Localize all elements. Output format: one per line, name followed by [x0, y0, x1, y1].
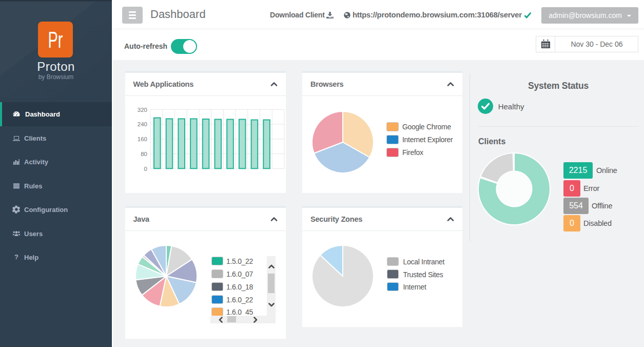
svg-text:240: 240: [137, 121, 147, 127]
svg-text:0: 0: [144, 166, 147, 172]
svg-text:320: 320: [137, 107, 147, 113]
svg-text:80: 80: [141, 151, 147, 157]
svg-text:160: 160: [137, 136, 147, 142]
